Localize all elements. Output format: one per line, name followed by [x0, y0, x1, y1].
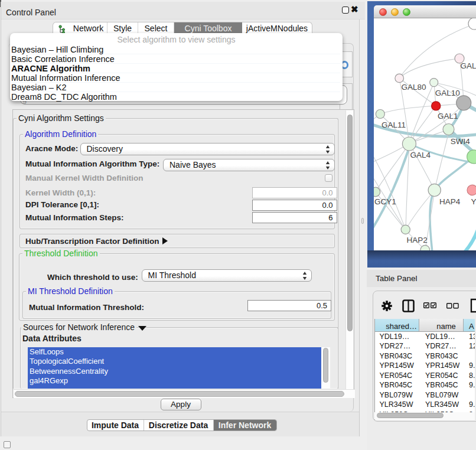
svg-text:GAL4: GAL4 [410, 151, 431, 159]
svg-text:GAL7: GAL7 [461, 61, 476, 70]
svg-text:GCY1: GCY1 [374, 197, 396, 206]
svg-text:GAL10: GAL10 [435, 89, 460, 97]
svg-text:HAP2: HAP2 [406, 236, 427, 244]
svg-text:Y: Y [471, 197, 476, 206]
svg-text:HAP4: HAP4 [439, 197, 461, 206]
svg-text:GAL80: GAL80 [402, 83, 426, 92]
svg-text:GAL11: GAL11 [382, 120, 406, 129]
svg-text:GAL1: GAL1 [438, 112, 458, 120]
svg-text:SWI4: SWI4 [451, 137, 470, 146]
